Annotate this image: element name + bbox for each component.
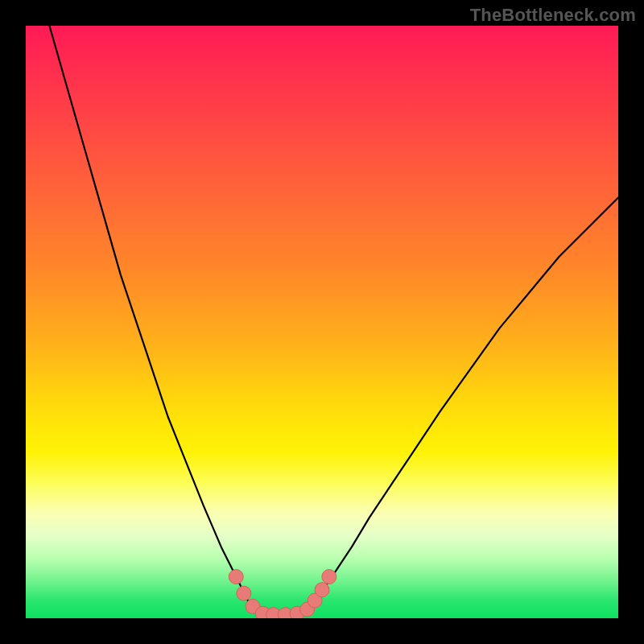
watermark-text: TheBottleneck.com	[470, 5, 636, 26]
data-point	[315, 583, 329, 597]
bottleneck-curve	[49, 26, 618, 615]
data-markers	[229, 569, 336, 618]
data-point	[322, 569, 336, 584]
chart-frame: TheBottleneck.com	[0, 0, 644, 644]
data-point	[229, 569, 243, 584]
chart-svg	[26, 26, 618, 618]
data-point	[237, 586, 251, 601]
plot-area	[26, 26, 618, 618]
